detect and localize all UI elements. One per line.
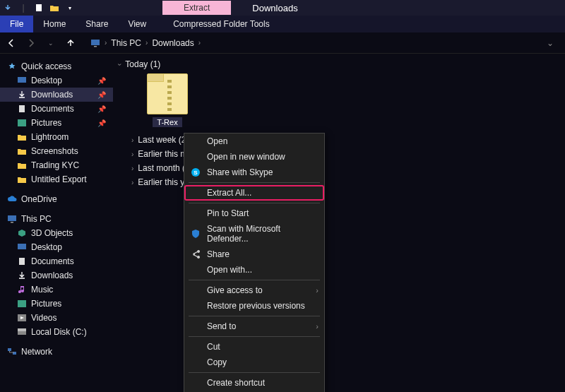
sidebar-item-label: Downloads <box>31 90 73 100</box>
tab-view[interactable]: View <box>118 16 156 32</box>
sidebar-thispc[interactable]: This PC <box>0 212 113 226</box>
sidebar-network[interactable]: Network <box>0 345 113 359</box>
ctx-share-skype[interactable]: SShare with Skype <box>184 165 324 180</box>
window-title: Downloads <box>252 3 297 13</box>
sidebar-item-label: 3D Objects <box>31 228 73 238</box>
ctx-label: Open <box>207 136 227 146</box>
sidebar-item-label: Pictures <box>31 118 61 128</box>
ctx-extract-all[interactable]: Extract All... <box>184 185 324 201</box>
ctx-pin-to-start[interactable]: Pin to Start <box>184 206 324 221</box>
context-tab-extract[interactable]: Extract <box>162 1 231 15</box>
svg-rect-4 <box>19 105 25 112</box>
zip-folder-icon <box>147 73 188 114</box>
up-button[interactable] <box>65 37 76 49</box>
sidebar-item-label: Lightroom <box>31 132 69 142</box>
ctx-label: Cut <box>207 342 220 352</box>
sidebar-item-label: Music <box>31 285 53 295</box>
sidebar-item-videos[interactable]: Videos <box>0 311 113 325</box>
chevron-right-icon[interactable]: › <box>198 39 201 47</box>
sidebar-onedrive[interactable]: OneDrive <box>0 192 113 206</box>
svg-rect-10 <box>18 300 26 307</box>
ctx-share[interactable]: Share <box>184 247 324 262</box>
sidebar-item-lightroom[interactable]: Lightroom <box>0 130 113 144</box>
ctx-create-shortcut[interactable]: Create shortcut <box>184 375 324 391</box>
ctx-give-access-to[interactable]: Give access to› <box>184 283 324 298</box>
ctx-label: Create shortcut <box>207 378 265 388</box>
ctx-open-new-window[interactable]: Open in new window <box>184 149 324 165</box>
ctx-open[interactable]: Open <box>184 133 324 149</box>
star-icon <box>7 61 17 71</box>
monitor-icon <box>90 39 100 47</box>
sidebar-item-desktop[interactable]: Desktop 📌 <box>0 73 113 88</box>
pin-icon: 📌 <box>97 77 106 85</box>
ctx-send-to[interactable]: Send to› <box>184 319 324 334</box>
breadcrumb-downloads[interactable]: Downloads <box>152 38 194 48</box>
sidebar-item-label: Desktop <box>31 242 62 252</box>
picture-icon <box>17 299 27 309</box>
separator <box>189 372 320 373</box>
file-icon[interactable] <box>34 3 44 13</box>
ctx-copy[interactable]: Copy <box>184 355 324 370</box>
ctx-label: Extract All... <box>207 188 251 198</box>
sidebar-quick-access[interactable]: Quick access <box>0 59 113 73</box>
desktop-icon <box>17 242 27 252</box>
sidebar-item-tradingkyc[interactable]: Trading KYC <box>0 158 113 172</box>
ctx-cut[interactable]: Cut <box>184 339 324 355</box>
sidebar-item-pictures[interactable]: Pictures 📌 <box>0 116 113 130</box>
forward-button[interactable] <box>25 37 37 49</box>
down-arrow-icon[interactable] <box>3 3 13 13</box>
breadcrumb-dropdown-icon[interactable]: ⌄ <box>547 38 559 48</box>
dropdown-icon[interactable]: ▾ <box>65 3 75 13</box>
ctx-label: Send to <box>207 321 236 331</box>
ctx-open-with[interactable]: Open with... <box>184 262 324 278</box>
sidebar-item-label: Videos <box>31 313 56 323</box>
separator <box>189 336 320 337</box>
sidebar-item-desktop2[interactable]: Desktop <box>0 240 113 254</box>
desktop-icon <box>17 76 27 85</box>
file-item-trex[interactable]: T-Rex <box>140 73 195 127</box>
chevron-right-icon[interactable]: › <box>105 39 107 47</box>
ctx-restore-previous[interactable]: Restore previous versions <box>184 298 324 314</box>
ctx-label: Share <box>207 249 230 259</box>
back-button[interactable] <box>6 37 17 49</box>
pin-icon: 📌 <box>97 105 106 113</box>
sidebar-item-downloads2[interactable]: Downloads <box>0 268 113 283</box>
sidebar-item-label: Desktop <box>31 76 62 85</box>
shield-icon <box>190 228 201 239</box>
sidebar-item-localdisk[interactable]: Local Disk (C:) <box>0 325 113 339</box>
sidebar-item-downloads[interactable]: Downloads 📌 <box>0 88 113 102</box>
title-bar: | ▾ Extract Downloads <box>0 0 565 16</box>
sidebar-item-3dobjects[interactable]: 3D Objects <box>0 226 113 240</box>
svg-rect-14 <box>8 348 11 351</box>
chevron-right-icon: › <box>131 136 133 144</box>
cube-icon <box>17 228 27 238</box>
sidebar-item-pictures2[interactable]: Pictures <box>0 297 113 311</box>
sidebar-item-label: This PC <box>21 214 52 224</box>
breadcrumb[interactable]: › This PC › Downloads › <box>90 38 201 48</box>
tab-home[interactable]: Home <box>33 16 76 32</box>
folder-icon <box>17 146 27 156</box>
sidebar-item-music[interactable]: Music <box>0 283 113 297</box>
folder-icon[interactable] <box>49 3 59 13</box>
chevron-right-icon: › <box>316 322 319 331</box>
sidebar-item-documents2[interactable]: Documents <box>0 254 113 268</box>
ctx-scan-defender[interactable]: Scan with Microsoft Defender... <box>184 221 324 247</box>
chevron-right-icon: › <box>131 150 133 158</box>
content-pane[interactable]: › Today (1) T-Rex ›Last week (2) ›Earlie… <box>113 54 565 392</box>
network-icon <box>7 347 17 357</box>
chevron-right-icon: › <box>316 286 319 295</box>
sidebar-item-screenshots[interactable]: Screenshots <box>0 144 113 158</box>
tab-compressed-tools[interactable]: Compressed Folder Tools <box>163 16 280 32</box>
recent-dropdown-icon[interactable]: ⌄ <box>45 37 56 49</box>
sidebar-item-documents[interactable]: Documents 📌 <box>0 102 113 116</box>
svg-rect-5 <box>18 119 26 126</box>
group-header-today[interactable]: › Today (1) <box>119 59 565 69</box>
sidebar-item-label: Network <box>21 347 52 357</box>
tab-file[interactable]: File <box>0 16 33 32</box>
pin-icon: 📌 <box>97 91 106 99</box>
breadcrumb-thispc[interactable]: This PC <box>111 38 141 48</box>
chevron-right-icon[interactable]: › <box>145 39 148 47</box>
tab-share[interactable]: Share <box>76 16 118 32</box>
video-icon <box>17 313 27 323</box>
sidebar-item-untitled-export[interactable]: Untitled Export <box>0 172 113 186</box>
